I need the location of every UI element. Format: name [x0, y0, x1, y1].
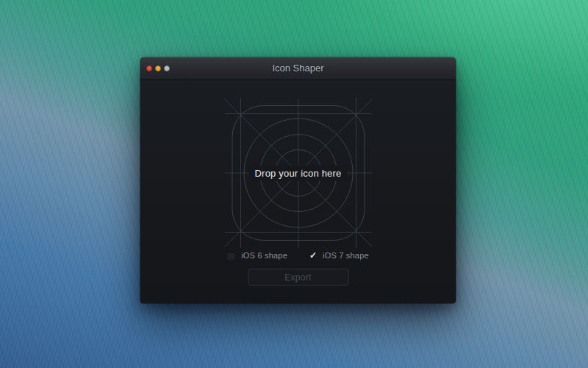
window-content: Drop your icon here iOS 6 shape ✓ iOS 7 … [140, 80, 456, 303]
window-title: Icon Shaper [140, 57, 456, 79]
window-titlebar[interactable]: Icon Shaper [140, 57, 456, 80]
ios7-shape-checkbox[interactable]: ✓ iOS 7 shape [309, 251, 369, 260]
drop-zone-label: Drop your icon here [249, 166, 348, 181]
export-button[interactable]: Export [248, 269, 348, 286]
drop-zone[interactable]: Drop your icon here [225, 98, 372, 248]
checkbox-unchecked-icon [227, 252, 235, 259]
ios6-shape-label: iOS 6 shape [241, 251, 287, 260]
app-window: Icon Shaper [140, 57, 456, 303]
checkmark-icon: ✓ [309, 252, 317, 259]
ios7-shape-label: iOS 7 shape [323, 251, 369, 260]
ios6-shape-checkbox[interactable]: iOS 6 shape [227, 251, 287, 260]
shape-options: iOS 6 shape ✓ iOS 7 shape [140, 251, 456, 260]
